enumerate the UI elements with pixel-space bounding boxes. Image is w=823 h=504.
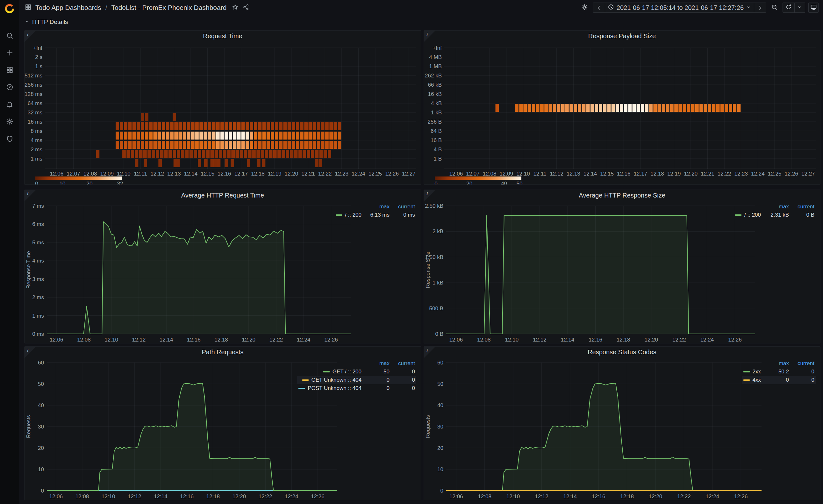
legend-row[interactable]: GET Unknown :: 40400 <box>297 376 416 384</box>
gear-icon <box>6 118 13 127</box>
breadcrumb-folder[interactable]: Todo App Dashboards <box>35 4 101 11</box>
panel-response-status-codes: 010203040506012:0612:0812:1012:1212:1412… <box>424 346 820 500</box>
svg-text:16 kB: 16 kB <box>428 91 442 97</box>
breadcrumb: Todo App Dashboards / TodoList - PromEx … <box>25 4 250 12</box>
svg-text:1 B: 1 B <box>434 156 442 162</box>
legend-header: maxcurrent <box>744 359 814 368</box>
svg-text:+Inf: +Inf <box>433 45 442 51</box>
panel-title[interactable]: Average HTTP Response Size <box>424 190 820 201</box>
dashboard-settings-button[interactable] <box>580 3 590 13</box>
request-time-heatmap[interactable]: 12:0612:0712:0812:0912:1012:1112:1212:13… <box>24 31 421 185</box>
svg-text:12:08: 12:08 <box>483 171 497 177</box>
svg-text:40: 40 <box>501 181 507 185</box>
panel-title[interactable]: Response Payload Size <box>424 31 820 41</box>
refresh-button[interactable] <box>783 3 794 12</box>
legend-row[interactable]: GET / :: 200500 <box>297 368 416 376</box>
legend-row[interactable]: 2xx50.20 <box>742 368 816 376</box>
svg-text:12:22: 12:22 <box>259 494 272 500</box>
legend-max-value: 50.2 <box>761 369 789 375</box>
svg-text:12:10: 12:10 <box>505 337 519 343</box>
sidebar-item-dashboards[interactable] <box>4 65 15 76</box>
time-range-text: 2021-06-17 12:05:14 to 2021-06-17 12:27:… <box>617 4 744 11</box>
sidebar-item-server-admin[interactable] <box>4 134 15 145</box>
row-http-details[interactable]: HTTP Details <box>25 18 68 25</box>
svg-text:12:18: 12:18 <box>214 337 228 343</box>
svg-text:12:16: 12:16 <box>617 171 631 177</box>
svg-text:1 kB: 1 kB <box>431 110 442 116</box>
svg-text:10: 10 <box>38 466 44 473</box>
time-range-button[interactable]: 2021-06-17 12:05:14 to 2021-06-17 12:27:… <box>605 3 754 12</box>
svg-text:12:10: 12:10 <box>105 337 118 343</box>
bell-icon <box>6 101 13 109</box>
svg-text:500 B: 500 B <box>429 306 443 312</box>
svg-text:12:21: 12:21 <box>301 171 315 177</box>
svg-text:20: 20 <box>38 445 44 451</box>
svg-text:12:19: 12:19 <box>268 171 282 177</box>
legend-series-label[interactable]: 4xx <box>753 377 761 383</box>
legend-row[interactable]: / :: 2002.31 kB0 B <box>734 211 816 219</box>
zoom-out-time-button[interactable] <box>769 3 779 13</box>
legend-header-max: max <box>761 204 789 210</box>
svg-text:256 ms: 256 ms <box>24 82 42 88</box>
sidebar-item-alerting[interactable] <box>4 100 15 110</box>
panel-avg-http-request-time: 0 ms1 ms2 ms3 ms4 ms5 ms6 ms7 ms12:0612:… <box>24 190 421 343</box>
legend-header-current: current <box>789 360 814 367</box>
svg-text:12:10: 12:10 <box>102 494 115 500</box>
legend-series-label[interactable]: / :: 200 <box>744 212 761 218</box>
refresh-interval-dropdown[interactable] <box>794 3 805 12</box>
svg-text:12:26: 12:26 <box>324 337 338 343</box>
svg-text:12:12: 12:12 <box>128 494 141 500</box>
panel-title[interactable]: Request Time <box>24 31 421 41</box>
legend-row[interactable]: POST Unknown :: 40400 <box>297 384 416 392</box>
legend-row[interactable]: 4xx00 <box>742 376 816 384</box>
svg-text:40: 40 <box>437 402 443 408</box>
svg-text:12:22: 12:22 <box>672 337 686 343</box>
panel-title[interactable]: Path Requests <box>24 347 421 357</box>
legend-series-label[interactable]: GET / :: 200 <box>333 369 361 375</box>
svg-text:12:13: 12:13 <box>167 171 181 177</box>
svg-text:2.50 kB: 2.50 kB <box>425 203 443 209</box>
legend-max-value: 50 <box>361 369 389 375</box>
svg-text:2 ms: 2 ms <box>31 147 42 153</box>
svg-text:12:16: 12:16 <box>217 171 231 177</box>
legend-series-label[interactable]: GET Unknown :: 404 <box>312 377 362 383</box>
time-shift-forward-button[interactable] <box>754 3 766 12</box>
svg-text:12:14: 12:14 <box>160 337 173 343</box>
svg-text:12:17: 12:17 <box>634 171 648 177</box>
dashboard-canvas: HTTP Details 12:0612:0712:0812:0912:1012… <box>19 15 823 504</box>
breadcrumb-dashboard-title[interactable]: TodoList - PromEx Phoenix Dashboard <box>112 4 227 11</box>
svg-text:10: 10 <box>59 181 65 185</box>
svg-text:16 ms: 16 ms <box>28 119 42 125</box>
share-icon[interactable] <box>243 4 250 12</box>
star-icon[interactable] <box>232 4 238 12</box>
legend-header: maxcurrent <box>735 203 814 211</box>
svg-text:12:06: 12:06 <box>50 171 64 177</box>
svg-text:12:20: 12:20 <box>684 171 698 177</box>
svg-text:64 ms: 64 ms <box>28 100 42 107</box>
svg-text:1 kB: 1 kB <box>433 280 443 286</box>
sidebar-item-create[interactable] <box>4 48 15 59</box>
svg-text:12:12: 12:12 <box>535 494 548 500</box>
panel-title[interactable]: Average HTTP Request Time <box>24 190 421 201</box>
sidebar-item-configuration[interactable] <box>4 117 15 128</box>
grafana-logo[interactable] <box>3 3 16 15</box>
svg-text:1 s: 1 s <box>35 63 42 69</box>
cycle-view-mode-button[interactable] <box>808 3 819 13</box>
svg-text:66 kB: 66 kB <box>428 82 442 88</box>
panel-title[interactable]: Response Status Codes <box>424 347 820 357</box>
series-color-swatch <box>735 214 742 216</box>
response-payload-heatmap[interactable]: 12:0612:0712:0812:0912:1012:1112:1212:13… <box>424 31 820 185</box>
legend-series-label[interactable]: / :: 200 <box>345 212 361 218</box>
sidebar-item-explore[interactable] <box>4 82 15 93</box>
svg-text:Requests: Requests <box>425 415 431 438</box>
legend-row[interactable]: / :: 2006.13 ms0 ms <box>334 211 416 219</box>
svg-text:12:08: 12:08 <box>477 337 491 343</box>
time-shift-back-button[interactable] <box>593 3 605 12</box>
time-picker: 2021-06-17 12:05:14 to 2021-06-17 12:27:… <box>593 3 766 13</box>
legend-series-label[interactable]: POST Unknown :: 404 <box>308 385 361 391</box>
refresh-icon <box>785 4 792 11</box>
svg-text:50: 50 <box>517 181 523 185</box>
legend-series-label[interactable]: 2xx <box>753 369 761 375</box>
sidebar-item-search[interactable] <box>4 31 15 41</box>
panel-path-requests: 010203040506012:0612:0812:1012:1212:1412… <box>24 346 421 500</box>
